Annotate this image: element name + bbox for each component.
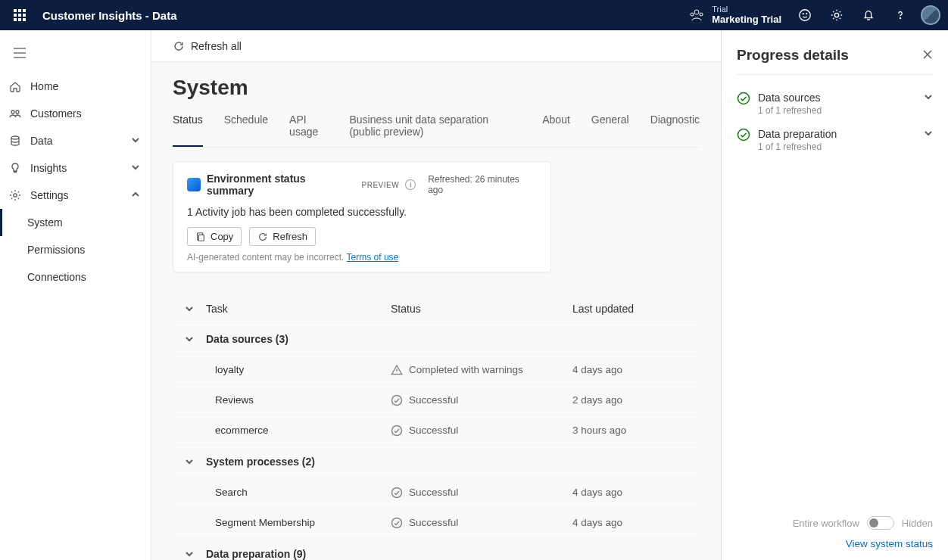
- sidebar-item-settings[interactable]: Settings: [0, 182, 151, 209]
- info-icon[interactable]: i: [405, 179, 416, 190]
- toggle-label-right: Hidden: [902, 518, 933, 529]
- tab-strip: StatusScheduleAPI usageBusiness unit dat…: [173, 107, 700, 148]
- card-title: Environment status summary: [207, 173, 356, 197]
- updated-cell: 4 days ago: [572, 517, 700, 528]
- refresh-icon: [257, 232, 268, 242]
- environment-picker[interactable]: Trial Marketing Trial: [681, 5, 789, 26]
- chevron-down-icon: [173, 334, 206, 344]
- refreshed-text: Refreshed: 26 minutes ago: [428, 174, 537, 195]
- progress-sub: 1 of 1 refreshed: [758, 105, 916, 116]
- view-system-status-link[interactable]: View system status: [846, 538, 933, 549]
- app-header: Customer Insights - Data Trial Marketing…: [0, 0, 948, 30]
- refresh-button[interactable]: Refresh: [249, 227, 316, 246]
- chevron-down-icon: [131, 162, 140, 174]
- sidebar-item-insights[interactable]: Insights: [0, 154, 151, 182]
- task-name: Reviews: [206, 394, 391, 406]
- column-updated[interactable]: Last updated: [572, 303, 700, 315]
- chevron-down-icon: [131, 135, 140, 147]
- refresh-label: Refresh: [273, 231, 307, 242]
- card-body: 1 Activity job has been completed succes…: [187, 206, 537, 218]
- group-row[interactable]: Data sources (3): [173, 322, 700, 354]
- tab-api-usage[interactable]: API usage: [289, 107, 328, 147]
- success-icon: [737, 92, 750, 107]
- svg-point-11: [14, 194, 17, 197]
- environment-icon: [689, 8, 704, 23]
- group-row[interactable]: Data preparation (9): [173, 537, 700, 560]
- panel-title: Progress details: [737, 47, 922, 64]
- expand-all-toggle[interactable]: [173, 304, 206, 313]
- sidebar-item-data[interactable]: Data: [0, 127, 151, 154]
- sidebar-item-label: Home: [30, 80, 140, 92]
- command-bar: Refresh all: [151, 30, 721, 62]
- progress-item[interactable]: Data preparation1 of 1 refreshed: [737, 122, 933, 158]
- status-cell: Successful: [391, 517, 572, 529]
- table-row[interactable]: ReviewsSuccessful2 days ago: [173, 384, 700, 415]
- help-icon[interactable]: [884, 0, 916, 30]
- sparkle-icon: [187, 178, 201, 191]
- svg-point-0: [694, 10, 699, 14]
- settings-icon[interactable]: [821, 0, 853, 30]
- svg-point-2: [700, 13, 703, 16]
- status-summary-card: Environment status summary PREVIEW i Ref…: [173, 161, 551, 272]
- column-task[interactable]: Task: [206, 303, 391, 315]
- chevron-down-icon: [924, 92, 933, 104]
- sidebar-item-label: Insights: [30, 162, 123, 174]
- tab-schedule[interactable]: Schedule: [224, 107, 268, 147]
- sidebar-sub-permissions[interactable]: Permissions: [0, 236, 151, 263]
- task-name: Segment Membership: [206, 517, 391, 528]
- environment-name: Marketing Trial: [712, 14, 781, 26]
- sidebar-item-customers[interactable]: Customers: [0, 100, 151, 127]
- table-row[interactable]: loyaltyCompleted with warnings4 days ago: [173, 354, 700, 384]
- group-row[interactable]: System processes (2): [173, 445, 700, 477]
- settings-icon: [8, 189, 23, 201]
- group-label: Data preparation (9): [206, 548, 306, 560]
- tab-business-unit-data-separation-public-preview-[interactable]: Business unit data separation (public pr…: [349, 107, 521, 147]
- svg-point-7: [900, 18, 900, 19]
- feedback-icon[interactable]: [789, 0, 821, 30]
- workflow-toggle-row: Entire workflow Hidden: [737, 516, 933, 530]
- progress-sub: 1 of 1 refreshed: [758, 142, 916, 152]
- svg-point-16: [392, 518, 402, 527]
- chevron-down-icon: [924, 128, 933, 140]
- svg-rect-12: [198, 235, 204, 241]
- waffle-menu[interactable]: [8, 3, 32, 27]
- svg-point-4: [803, 14, 803, 14]
- svg-point-15: [392, 487, 402, 497]
- tab-diagnostic[interactable]: Diagnostic: [650, 107, 700, 147]
- table-row[interactable]: Segment MembershipSuccessful4 days ago: [173, 507, 700, 537]
- toggle-label-left: Entire workflow: [793, 518, 859, 529]
- svg-point-5: [806, 14, 807, 14]
- refresh-all-button[interactable]: Refresh all: [173, 40, 242, 52]
- notifications-icon[interactable]: [853, 0, 884, 30]
- progress-name: Data preparation: [758, 128, 916, 140]
- sidebar-toggle[interactable]: [5, 39, 35, 67]
- workflow-toggle[interactable]: [867, 516, 894, 530]
- task-name: loyalty: [206, 364, 391, 375]
- user-avatar[interactable]: [921, 5, 940, 25]
- copy-button[interactable]: Copy: [187, 227, 242, 246]
- tab-status[interactable]: Status: [173, 107, 203, 147]
- table-row[interactable]: SearchSuccessful4 days ago: [173, 477, 700, 507]
- svg-point-6: [834, 13, 838, 17]
- sidebar-sub-connections[interactable]: Connections: [0, 263, 151, 291]
- svg-point-10: [11, 136, 19, 139]
- close-panel-button[interactable]: [922, 49, 933, 62]
- sidebar-item-label: Data: [30, 135, 123, 147]
- environment-label: Trial: [712, 5, 781, 14]
- tab-about[interactable]: About: [542, 107, 570, 147]
- group-label: System processes (2): [206, 456, 315, 468]
- sidebar-item-home[interactable]: Home: [0, 73, 151, 100]
- column-status[interactable]: Status: [391, 303, 572, 315]
- status-cell: Successful: [391, 394, 572, 406]
- progress-name: Data sources: [758, 92, 916, 104]
- success-icon: [737, 128, 750, 144]
- table-row[interactable]: ecommerceSuccessful3 hours ago: [173, 415, 700, 445]
- tab-general[interactable]: General: [591, 107, 629, 147]
- terms-link[interactable]: Terms of use: [347, 252, 399, 263]
- app-title: Customer Insights - Data: [42, 9, 177, 22]
- sidebar-sub-system[interactable]: System: [0, 209, 151, 236]
- main-content: Refresh all System StatusScheduleAPI usa…: [151, 30, 721, 560]
- progress-item[interactable]: Data sources1 of 1 refreshed: [737, 86, 933, 122]
- page-title: System: [173, 76, 700, 100]
- status-cell: Completed with warnings: [391, 364, 572, 376]
